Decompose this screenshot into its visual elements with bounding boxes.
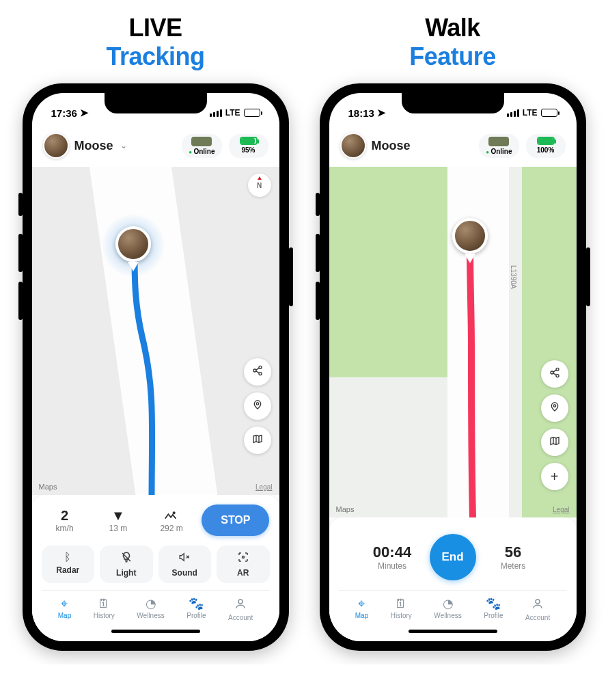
add-button[interactable]: + <box>541 463 568 490</box>
locate-button[interactable] <box>541 394 568 422</box>
status-indicators: LTE <box>507 108 557 118</box>
share-button[interactable] <box>541 360 568 388</box>
svg-point-10 <box>553 405 555 407</box>
plus-icon: + <box>551 469 559 485</box>
svg-point-3 <box>256 403 258 405</box>
svg-point-1 <box>253 369 256 372</box>
svg-point-2 <box>259 373 262 375</box>
phone-frame-left: 17:36 ➤ LTE Moose ⌄ <box>23 83 289 651</box>
tab-wellness[interactable]: ◔ Wellness <box>434 597 461 621</box>
walk-minutes: 00:44 Minutes <box>355 543 430 571</box>
battery-small-icon <box>537 137 555 145</box>
device-status-pill[interactable]: Online <box>182 134 221 158</box>
person-icon <box>234 597 247 612</box>
metric-direction: ▼ 13 m <box>95 508 141 533</box>
light-off-icon <box>102 551 150 566</box>
svg-point-7 <box>556 368 559 371</box>
elevation-icon <box>164 508 179 524</box>
tracking-panel: 2 km/h ▼ 13 m 292 m <box>32 495 279 641</box>
walk-panel: 00:44 Minutes End 56 Meters ⌖ Map <box>329 517 577 641</box>
pet-marker[interactable] <box>114 226 152 265</box>
map-legal-link[interactable]: Legal <box>553 506 569 513</box>
stop-button[interactable]: STOP <box>202 504 269 536</box>
sound-off-icon <box>161 551 209 566</box>
network-label: LTE <box>523 108 538 118</box>
device-status-pill[interactable]: Online <box>479 134 519 158</box>
sound-button[interactable]: Sound <box>158 546 212 583</box>
network-label: LTE <box>225 108 240 118</box>
tab-history[interactable]: 🗓 History <box>391 597 412 621</box>
battery-label: 95% <box>241 146 255 154</box>
battery-label: 100% <box>537 146 555 154</box>
avatar <box>43 133 69 159</box>
share-icon <box>252 365 263 379</box>
title-live-top: LIVE <box>20 14 290 42</box>
battery-small-icon <box>240 137 258 145</box>
wellness-icon: ◔ <box>146 597 156 610</box>
svg-point-5 <box>242 556 244 558</box>
layers-button[interactable] <box>541 429 568 456</box>
map-icon <box>549 435 560 449</box>
map-view[interactable]: N <box>32 167 279 495</box>
device-icon <box>191 137 212 146</box>
pin-icon <box>549 401 560 415</box>
compass-button[interactable]: N <box>248 174 271 197</box>
svg-point-8 <box>551 371 553 374</box>
tab-history[interactable]: 🗓 History <box>94 597 115 621</box>
person-icon <box>531 597 544 612</box>
tab-account[interactable]: Account <box>525 597 550 621</box>
wellness-icon: ◔ <box>443 597 454 610</box>
pet-selector[interactable]: Moose <box>340 133 411 159</box>
location-arrow-icon: ➤ <box>377 107 386 119</box>
signal-icon <box>507 109 519 117</box>
tab-profile[interactable]: 🐾 Profile <box>186 597 206 621</box>
device-icon <box>488 137 509 146</box>
map-view[interactable]: L1390A <box>329 167 577 517</box>
map-pin-icon: ⌖ <box>61 597 68 610</box>
tab-map[interactable]: ⌖ Map <box>355 597 368 621</box>
svg-point-6 <box>238 600 243 604</box>
pet-marker[interactable] <box>451 218 489 256</box>
home-indicator <box>409 630 497 633</box>
online-label: Online <box>189 148 215 155</box>
pet-name: Moose <box>372 139 411 153</box>
chevron-down-icon: ⌄ <box>120 141 127 150</box>
tab-profile[interactable]: 🐾 Profile <box>484 597 503 621</box>
paw-icon: 🐾 <box>189 597 204 610</box>
map-attribution: Maps <box>336 505 355 513</box>
share-button[interactable] <box>244 358 271 386</box>
status-indicators: LTE <box>210 108 260 118</box>
online-label: Online <box>486 148 512 155</box>
ar-button[interactable]: AR <box>217 546 270 583</box>
calendar-icon: 🗓 <box>98 597 110 610</box>
status-time: 17:36 ➤ <box>51 107 89 119</box>
map-icon <box>252 433 263 447</box>
metric-speed: 2 km/h <box>42 508 88 533</box>
paw-icon: 🐾 <box>486 597 501 610</box>
calendar-icon: 🗓 <box>395 597 407 610</box>
title-walk-top: Walk <box>318 14 588 42</box>
svg-point-4 <box>174 512 175 513</box>
light-button[interactable]: Light <box>100 546 153 583</box>
svg-point-9 <box>556 375 559 377</box>
map-legal-link[interactable]: Legal <box>255 483 272 491</box>
phone-frame-right: 18:13 ➤ LTE Moose <box>320 83 586 651</box>
radar-button[interactable]: ᛒ Radar <box>42 546 95 583</box>
bluetooth-icon: ᛒ <box>44 551 92 563</box>
tab-wellness[interactable]: ◔ Wellness <box>137 597 164 621</box>
layers-button[interactable] <box>244 427 271 454</box>
locate-button[interactable] <box>244 392 271 420</box>
ar-icon <box>219 551 267 566</box>
share-icon <box>549 367 560 381</box>
tab-account[interactable]: Account <box>228 597 253 621</box>
svg-point-0 <box>259 366 262 368</box>
pet-selector[interactable]: Moose ⌄ <box>43 133 127 159</box>
end-button[interactable]: End <box>430 534 476 580</box>
battery-icon <box>244 109 260 117</box>
battery-status-pill[interactable]: 95% <box>229 134 268 158</box>
battery-icon <box>541 109 557 117</box>
pin-icon <box>252 399 263 413</box>
title-live-bottom: Tracking <box>20 42 290 71</box>
battery-status-pill[interactable]: 100% <box>526 134 566 158</box>
tab-map[interactable]: ⌖ Map <box>58 597 71 621</box>
